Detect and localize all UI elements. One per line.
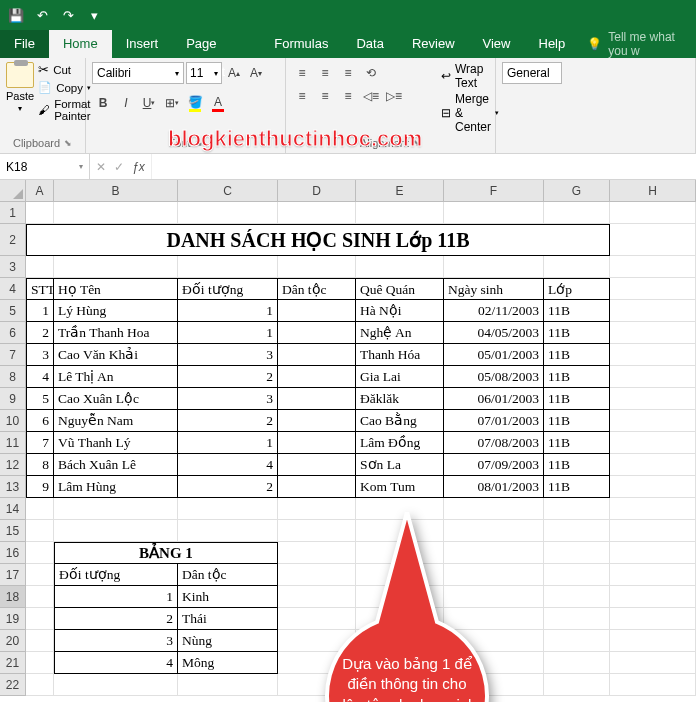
table-cell[interactable] bbox=[278, 476, 356, 498]
row-header[interactable]: 19 bbox=[0, 608, 26, 630]
save-icon[interactable]: 💾 bbox=[4, 3, 28, 27]
table-cell[interactable]: 4 bbox=[26, 366, 54, 388]
redo-icon[interactable]: ↷ bbox=[56, 3, 80, 27]
table-cell[interactable] bbox=[278, 344, 356, 366]
table-cell[interactable]: 07/01/2003 bbox=[444, 410, 544, 432]
table-cell[interactable]: Nguyễn Nam bbox=[54, 410, 178, 432]
tab-insert[interactable]: Insert bbox=[112, 30, 173, 58]
table-cell[interactable]: 05/01/2003 bbox=[444, 344, 544, 366]
cancel-icon[interactable]: ✕ bbox=[96, 160, 106, 174]
table-cell[interactable]: Gia Lai bbox=[356, 366, 444, 388]
table-cell[interactable]: Lâm Hùng bbox=[54, 476, 178, 498]
table-cell[interactable]: Lâm Đồng bbox=[356, 432, 444, 454]
table-cell[interactable]: 3 bbox=[178, 388, 278, 410]
tab-help[interactable]: Help bbox=[525, 30, 580, 58]
row-header[interactable]: 8 bbox=[0, 366, 26, 388]
dialog-launcher-icon[interactable]: ⬊ bbox=[195, 138, 203, 148]
table-cell[interactable]: Lê Thị An bbox=[54, 366, 178, 388]
row-header[interactable]: 7 bbox=[0, 344, 26, 366]
format-painter-button[interactable]: 🖌Format Painter bbox=[38, 98, 92, 122]
table-cell[interactable]: 2 bbox=[26, 322, 54, 344]
formula-input[interactable] bbox=[152, 154, 696, 179]
row-header[interactable]: 22 bbox=[0, 674, 26, 696]
align-right-icon[interactable]: ≡ bbox=[338, 85, 358, 107]
row-header[interactable]: 14 bbox=[0, 498, 26, 520]
undo-icon[interactable]: ↶ bbox=[30, 3, 54, 27]
table-cell[interactable]: 1 bbox=[26, 300, 54, 322]
row-header[interactable]: 18 bbox=[0, 586, 26, 608]
align-top-icon[interactable]: ≡ bbox=[292, 62, 312, 84]
wrap-text-button[interactable]: ↩Wrap Text bbox=[441, 62, 499, 90]
table-cell[interactable]: 1 bbox=[54, 586, 178, 608]
table-cell[interactable]: 02/11/2003 bbox=[444, 300, 544, 322]
table-cell[interactable]: Sơn La bbox=[356, 454, 444, 476]
row-header[interactable]: 20 bbox=[0, 630, 26, 652]
font-color-button[interactable]: A bbox=[207, 92, 229, 114]
table-cell[interactable]: 11B bbox=[544, 344, 610, 366]
decrease-indent-icon[interactable]: ◁≡ bbox=[361, 85, 381, 107]
table-cell[interactable]: Kom Tum bbox=[356, 476, 444, 498]
table-cell[interactable]: 2 bbox=[178, 366, 278, 388]
spreadsheet-grid[interactable]: 1 2 DANH SÁCH HỌC SINH Lớp 11B 3 4 STT H… bbox=[0, 202, 696, 696]
table-cell[interactable]: 11B bbox=[544, 410, 610, 432]
increase-indent-icon[interactable]: ▷≡ bbox=[384, 85, 404, 107]
row-header[interactable]: 1 bbox=[0, 202, 26, 224]
bold-button[interactable]: B bbox=[92, 92, 114, 114]
table-cell[interactable]: 05/08/2003 bbox=[444, 366, 544, 388]
table-cell[interactable] bbox=[278, 300, 356, 322]
table-cell[interactable]: 04/05/2003 bbox=[444, 322, 544, 344]
select-all-corner[interactable] bbox=[0, 180, 26, 201]
table-cell[interactable] bbox=[278, 322, 356, 344]
align-left-icon[interactable]: ≡ bbox=[292, 85, 312, 107]
col-header[interactable]: D bbox=[278, 180, 356, 201]
dialog-launcher-icon[interactable]: ⬊ bbox=[64, 138, 72, 148]
row-header[interactable]: 4 bbox=[0, 278, 26, 300]
table-cell[interactable]: Nghệ An bbox=[356, 322, 444, 344]
table-cell[interactable]: 1 bbox=[178, 432, 278, 454]
tell-me-search[interactable]: 💡 Tell me what you w bbox=[579, 30, 696, 58]
table-cell[interactable]: 6 bbox=[26, 410, 54, 432]
table-cell[interactable]: Mông bbox=[178, 652, 278, 674]
tab-home[interactable]: Home bbox=[49, 30, 112, 58]
table-cell[interactable]: 08/01/2003 bbox=[444, 476, 544, 498]
font-name-select[interactable]: Calibri▾ bbox=[92, 62, 184, 84]
tab-formulas[interactable]: Formulas bbox=[260, 30, 342, 58]
row-header[interactable]: 9 bbox=[0, 388, 26, 410]
table-cell[interactable]: Nùng bbox=[178, 630, 278, 652]
table-cell[interactable]: 1 bbox=[178, 300, 278, 322]
table-cell[interactable]: 8 bbox=[26, 454, 54, 476]
table-cell[interactable] bbox=[278, 388, 356, 410]
orientation-icon[interactable]: ⟲ bbox=[361, 62, 381, 84]
table-cell[interactable]: 2 bbox=[54, 608, 178, 630]
table-cell[interactable]: Cao Văn Khải bbox=[54, 344, 178, 366]
fill-color-button[interactable]: 🪣 bbox=[184, 92, 206, 114]
tab-page-layout[interactable]: Page Layout bbox=[172, 30, 260, 58]
table-cell[interactable] bbox=[278, 410, 356, 432]
table-cell[interactable]: 11B bbox=[544, 388, 610, 410]
borders-button[interactable]: ⊞▾ bbox=[161, 92, 183, 114]
col-header[interactable]: B bbox=[54, 180, 178, 201]
table-cell[interactable]: 11B bbox=[544, 476, 610, 498]
col-header[interactable]: C bbox=[178, 180, 278, 201]
table-cell[interactable]: 2 bbox=[178, 410, 278, 432]
row-header[interactable]: 15 bbox=[0, 520, 26, 542]
align-middle-icon[interactable]: ≡ bbox=[315, 62, 335, 84]
row-header[interactable]: 6 bbox=[0, 322, 26, 344]
table-cell[interactable]: 5 bbox=[26, 388, 54, 410]
table-cell[interactable]: 07/08/2003 bbox=[444, 432, 544, 454]
dialog-launcher-icon[interactable]: ⬊ bbox=[413, 138, 421, 148]
table-cell[interactable]: 11B bbox=[544, 322, 610, 344]
tab-file[interactable]: File bbox=[0, 30, 49, 58]
row-header[interactable]: 12 bbox=[0, 454, 26, 476]
table-cell[interactable]: 4 bbox=[178, 454, 278, 476]
table-cell[interactable]: 11B bbox=[544, 300, 610, 322]
table-cell[interactable]: 3 bbox=[178, 344, 278, 366]
font-size-select[interactable]: 11▾ bbox=[186, 62, 222, 84]
cut-button[interactable]: ✂Cut bbox=[38, 62, 92, 77]
table-cell[interactable]: 07/09/2003 bbox=[444, 454, 544, 476]
table-cell[interactable]: 11B bbox=[544, 432, 610, 454]
col-header[interactable]: G bbox=[544, 180, 610, 201]
row-header[interactable]: 13 bbox=[0, 476, 26, 498]
row-header[interactable]: 17 bbox=[0, 564, 26, 586]
row-header[interactable]: 11 bbox=[0, 432, 26, 454]
